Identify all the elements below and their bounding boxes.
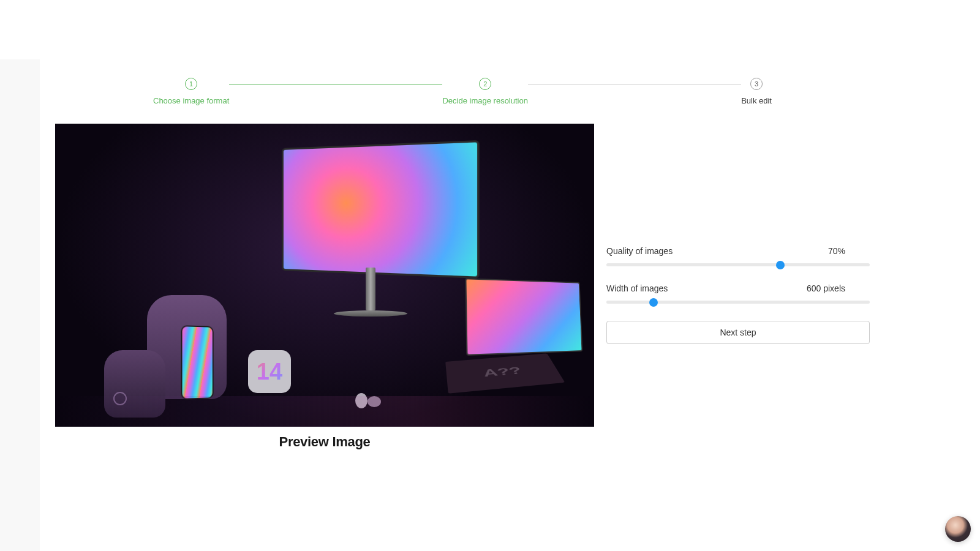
width-slider[interactable] bbox=[606, 301, 870, 304]
avatar[interactable] bbox=[945, 516, 971, 542]
quality-slider-group: Quality of images 70% bbox=[606, 246, 870, 266]
main-content: 1 Choose image format 2 Decide image res… bbox=[40, 59, 980, 551]
preview-image: A?? 14 bbox=[55, 124, 594, 427]
step-label-3: Bulk edit bbox=[741, 96, 772, 105]
preview-caption: Preview Image bbox=[55, 434, 594, 450]
quality-value: 70% bbox=[828, 246, 845, 256]
step-3[interactable]: 3 Bulk edit bbox=[741, 78, 772, 105]
sidebar-strip bbox=[0, 59, 40, 551]
floor-reflection bbox=[55, 396, 594, 427]
step-label-1: Choose image format bbox=[153, 96, 229, 105]
width-value: 600 pixels bbox=[807, 283, 845, 293]
quality-slider[interactable] bbox=[606, 263, 870, 266]
step-connector-1-2 bbox=[229, 84, 442, 84]
step-circle-3: 3 bbox=[750, 78, 763, 90]
imac-stand-icon bbox=[352, 268, 389, 323]
step-1[interactable]: 1 Choose image format bbox=[153, 78, 229, 105]
width-slider-thumb[interactable] bbox=[649, 298, 658, 307]
quality-label: Quality of images bbox=[606, 246, 673, 256]
width-slider-group: Width of images 600 pixels bbox=[606, 283, 870, 304]
next-step-button[interactable]: Next step bbox=[606, 321, 870, 344]
step-2[interactable]: 2 Decide image resolution bbox=[442, 78, 527, 105]
laptop-screen-icon bbox=[465, 278, 582, 356]
width-label: Width of images bbox=[606, 283, 668, 293]
quality-slider-thumb[interactable] bbox=[776, 261, 785, 269]
laptop-base-icon: A?? bbox=[445, 353, 565, 393]
content-row: A?? 14 Preview Image Quality of images 7… bbox=[55, 124, 870, 450]
stepper: 1 Choose image format 2 Decide image res… bbox=[153, 78, 772, 105]
step-label-2: Decide image resolution bbox=[442, 96, 527, 105]
step-connector-2-3 bbox=[528, 84, 741, 84]
ios-tile-icon: 14 bbox=[248, 350, 291, 393]
controls-column: Quality of images 70% Width of images 60… bbox=[600, 124, 870, 450]
imac-screen-icon bbox=[282, 140, 480, 279]
preview-column: A?? 14 Preview Image bbox=[55, 124, 594, 450]
step-circle-1: 1 bbox=[185, 78, 197, 90]
phone-device-icon bbox=[181, 325, 214, 400]
laptop-device-icon: A?? bbox=[417, 292, 588, 372]
step-circle-2: 2 bbox=[479, 78, 491, 90]
